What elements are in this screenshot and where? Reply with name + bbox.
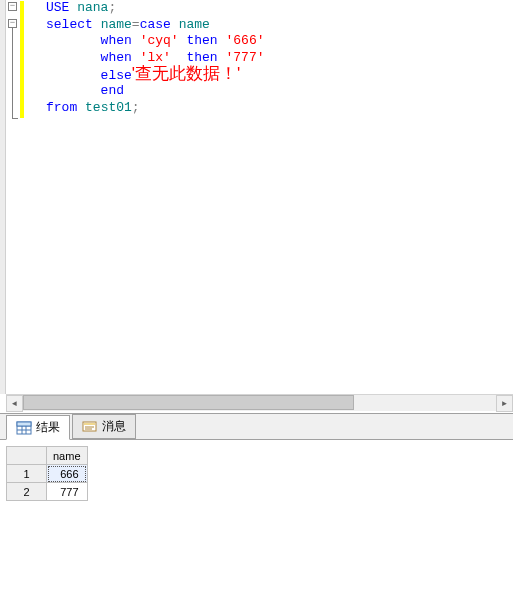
scroll-track[interactable] [23,395,496,411]
sql-editor-pane: − − USE nana;select name=case name when … [0,0,513,394]
scroll-left-icon[interactable]: ◄ [6,395,23,412]
tab-results[interactable]: 结果 [6,415,70,440]
row-number-cell[interactable]: 1 [7,465,47,483]
code-line[interactable]: USE nana; [46,0,513,17]
fold-toggle-icon[interactable]: − [8,19,17,28]
corner-cell[interactable] [7,447,47,465]
svg-rect-5 [17,422,31,426]
code-line[interactable]: when 'cyq' then '666' [46,33,513,50]
table-row[interactable]: 2777 [7,483,88,501]
code-line[interactable]: from test01; [46,100,513,117]
results-tab-strip: 结果 消息 [0,414,513,440]
column-header[interactable]: name [47,447,88,465]
fold-end [12,118,18,119]
data-cell[interactable]: 666 [47,465,88,483]
code-line[interactable]: select name=case name [46,17,513,34]
scroll-thumb[interactable] [23,395,354,410]
horizontal-scrollbar[interactable]: ◄ ► [6,394,513,411]
fold-guide [12,28,13,118]
code-area[interactable]: USE nana;select name=case name when 'cyq… [20,0,513,394]
code-line[interactable]: when 'lx' then '777' [46,50,513,67]
message-icon [82,419,98,435]
fold-gutter: − − [6,0,20,394]
results-pane: 结果 消息 name 16662777 [0,413,513,597]
table-row[interactable]: 1666 [7,465,88,483]
fold-toggle-icon[interactable]: − [8,2,17,11]
pane-splitter[interactable]: ◄ ► [0,394,513,413]
results-grid-wrap: name 16662777 [0,440,513,597]
tab-messages[interactable]: 消息 [72,414,136,439]
scroll-right-icon[interactable]: ► [496,395,513,412]
tab-messages-label: 消息 [102,418,126,435]
tab-results-label: 结果 [36,419,60,436]
results-grid[interactable]: name 16662777 [6,446,88,501]
code-line[interactable]: end [46,83,513,100]
svg-rect-7 [84,423,95,425]
row-number-cell[interactable]: 2 [7,483,47,501]
grid-icon [16,420,32,436]
code-line[interactable]: else'查无此数据！' [46,66,513,83]
data-cell[interactable]: 777 [47,483,88,501]
